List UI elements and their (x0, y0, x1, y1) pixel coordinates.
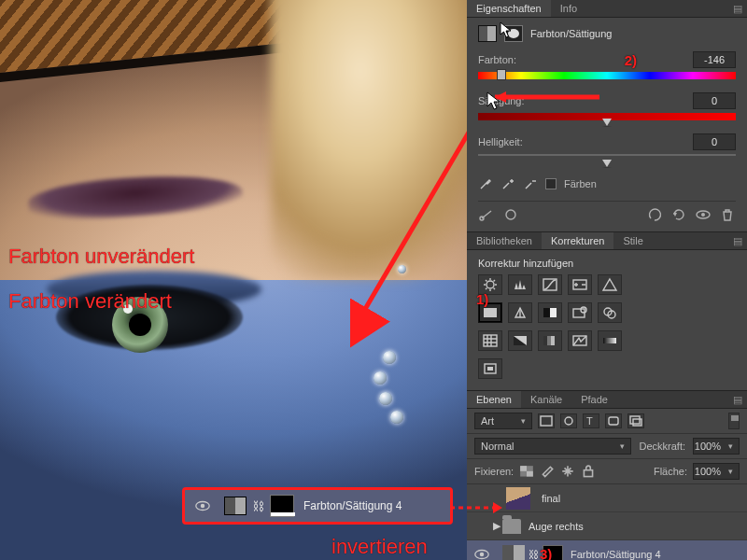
adjustments-tabbar: Bibliotheken Korrekturen Stile ▤ (467, 232, 747, 250)
filter-type-icon[interactable]: T (583, 413, 599, 428)
hue-sat-icon (478, 25, 497, 42)
svg-rect-37 (527, 471, 533, 477)
hue-slider-thumb[interactable] (497, 69, 506, 80)
filter-toggle-switch[interactable] (728, 413, 740, 429)
svg-rect-36 (520, 466, 527, 471)
filter-shape-icon[interactable] (605, 413, 622, 428)
colorize-label: Färben (564, 178, 597, 189)
lightness-value-input[interactable]: 0 (693, 133, 736, 150)
tab-properties[interactable]: Eigenschaften (467, 0, 551, 17)
tab-paths[interactable]: Pfade (571, 391, 617, 408)
photo-stud (390, 411, 403, 424)
eyedropper-add-icon[interactable] (500, 176, 515, 191)
svg-rect-15 (550, 308, 557, 317)
document-canvas[interactable]: Farbton unverändert Farbton verändert in… (0, 0, 467, 560)
svg-point-40 (480, 552, 485, 556)
svg-point-1 (201, 504, 205, 509)
reset-icon[interactable] (670, 207, 687, 222)
annotation-label-bottom: Farbton verändert (8, 289, 172, 314)
layer-filter-kind-select[interactable]: Art (474, 413, 532, 429)
annotation-2: 2) (625, 52, 637, 68)
tab-adjustments[interactable]: Korrekturen (542, 232, 613, 249)
delete-adjustment-icon[interactable] (719, 207, 736, 222)
adjustment-thumb-icon (224, 497, 247, 515)
filter-adjustment-icon[interactable] (560, 413, 577, 428)
panel-menu-icon[interactable]: ▤ (728, 394, 747, 406)
eyedropper-subtract-icon[interactable] (523, 176, 538, 191)
svg-rect-14 (543, 308, 550, 317)
tab-libraries[interactable]: Bibliotheken (467, 232, 542, 249)
hue-label: Farbton: (478, 54, 625, 65)
tab-layers[interactable]: Ebenen (467, 391, 521, 408)
adj-invert-icon[interactable] (508, 330, 532, 351)
photo-stud (374, 371, 387, 385)
colorize-checkbox[interactable] (545, 178, 557, 189)
properties-tabbar: Eigenschaften Info ▤ (467, 0, 747, 18)
panel-menu-icon[interactable]: ▤ (728, 3, 747, 15)
saturation-slider-thumb[interactable] (602, 119, 612, 127)
adj-color-lookup-icon[interactable] (478, 330, 502, 351)
annotation-layer-strip: ⛓ Farbton/Sättigung 4 (182, 487, 453, 525)
prev-state-icon[interactable] (646, 207, 663, 222)
lock-all-icon[interactable] (581, 465, 596, 478)
cursor-icon (499, 21, 514, 39)
saturation-slider[interactable] (478, 113, 736, 120)
filter-pixel-icon[interactable] (538, 413, 555, 428)
adj-vibrance-icon[interactable] (598, 274, 622, 295)
photo-pupil (129, 314, 151, 336)
lightness-slider[interactable] (478, 154, 736, 163)
lock-pixels-icon[interactable] (540, 465, 555, 478)
visibility-icon (194, 497, 211, 514)
panel-menu-icon[interactable]: ▤ (728, 235, 747, 247)
eyedropper-icon[interactable] (478, 176, 493, 191)
fill-value: 100% (695, 466, 721, 477)
visibility-toggle[interactable] (472, 546, 491, 561)
layer-name: Auge rechts (529, 521, 584, 532)
toggle-visibility-icon[interactable] (695, 207, 712, 222)
lock-transparent-icon[interactable] (519, 465, 534, 478)
adj-curves-icon[interactable] (538, 274, 562, 295)
layer-name: Farbton/Sättigung 4 (571, 549, 661, 560)
layers-panel: Art T Normal Deckkraft: 100% Fixieren: F… (467, 409, 747, 560)
layer-row-selected[interactable]: ⛓ 3) Farbton/Sättigung 4 (467, 540, 747, 560)
layer-thumb (506, 487, 530, 510)
expand-toggle[interactable]: ▶ (491, 520, 502, 532)
svg-rect-24 (551, 336, 555, 345)
adj-exposure-icon[interactable] (568, 274, 592, 295)
adj-photo-filter-icon[interactable] (568, 302, 592, 323)
opacity-input[interactable]: 100% (693, 438, 740, 455)
clip-to-layer-icon[interactable] (502, 207, 519, 222)
hue-value-input[interactable]: -146 (693, 51, 736, 68)
svg-rect-22 (543, 336, 547, 345)
tab-styles[interactable]: Stile (613, 232, 652, 249)
adj-posterize-icon[interactable] (538, 330, 562, 351)
blend-mode-label: Normal (481, 441, 514, 452)
adj-channel-mixer-icon[interactable] (598, 302, 622, 323)
lock-position-icon[interactable] (560, 465, 575, 478)
adjustment-title: Farbton/Sättigung (530, 28, 612, 39)
filter-smart-icon[interactable] (627, 413, 644, 428)
adj-color-balance-icon[interactable] (508, 302, 532, 323)
hue-slider[interactable] (478, 72, 736, 79)
adj-levels-icon[interactable] (508, 274, 532, 295)
scrubby-icon[interactable] (478, 207, 495, 222)
adj-black-white-icon[interactable] (538, 302, 562, 323)
fill-input[interactable]: 100% (693, 463, 740, 480)
adj-selective-color-icon[interactable] (478, 358, 502, 379)
tab-channels[interactable]: Kanäle (521, 391, 571, 408)
properties-panel: Farbton/Sättigung Farbton: 2) -146 Sätti… (467, 18, 747, 232)
adj-gradient-map-icon[interactable] (598, 330, 622, 351)
tab-info[interactable]: Info (551, 0, 586, 17)
photo-stud (383, 351, 396, 364)
layer-row[interactable]: final (467, 484, 747, 512)
layer-row-group[interactable]: ▶ Auge rechts (467, 512, 747, 540)
svg-rect-33 (630, 416, 640, 424)
svg-point-30 (565, 417, 572, 425)
annotation-invert: invertieren (331, 535, 428, 559)
blend-mode-select[interactable]: Normal (474, 438, 631, 455)
lightness-label: Helligkeit: (478, 136, 693, 147)
layer-strip-label: Farbton/Sättigung 4 (303, 499, 402, 512)
opacity-label: Deckkraft: (639, 441, 685, 452)
adj-threshold-icon[interactable] (568, 330, 592, 351)
lightness-slider-thumb[interactable] (602, 160, 612, 168)
